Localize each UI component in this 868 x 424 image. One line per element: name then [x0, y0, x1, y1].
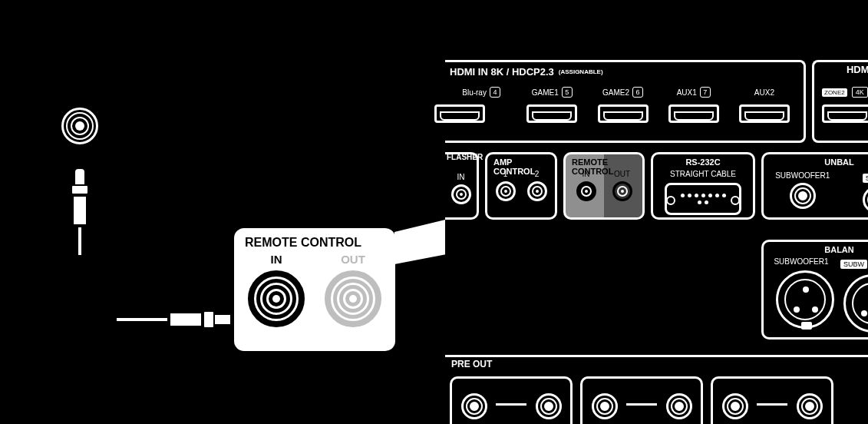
plug-into-jack-icon [115, 307, 234, 332]
hdmi-label: AUX2 [754, 88, 774, 97]
bal-sw2-label: SUBW [840, 260, 867, 269]
flasher-jack [451, 184, 471, 204]
unbal-sw2-label: SUBW [863, 174, 868, 183]
zone2-chip: ZONE2 [822, 88, 847, 97]
preout-label: PRE OUT [451, 359, 492, 369]
hdmi-label: GAME1 [532, 88, 559, 97]
fourk-chip: 4K [852, 87, 868, 98]
xlr-jack-1 [776, 270, 834, 329]
hdmi-output-row: ZONE2 4K [812, 81, 868, 143]
callout-title: REMOTE CONTROL [245, 236, 384, 250]
left-illustration-area: REMOTE CONTROL IN OUT [0, 0, 445, 424]
hdmi-num: 4 [490, 87, 500, 98]
preout-row [445, 376, 868, 424]
hdmi-port-icon [822, 104, 868, 123]
hdmi-num: 6 [632, 87, 643, 98]
remote-control-callout: REMOTE CONTROL IN OUT [230, 224, 399, 355]
hdmi-aux1: AUX17 [662, 86, 725, 136]
remote-jack-icon [61, 108, 98, 144]
hdmi-in-label: HDMI IN 8K / HDCP2.3 [450, 66, 554, 78]
preout-header: PRE OUT [445, 355, 868, 372]
hdmi-input-row: Blu-ray4 GAME15 GAME26 AUX17 AUX2 [445, 81, 806, 143]
hdmi-num: 7 [700, 87, 711, 98]
preout-section [450, 376, 573, 424]
remote-in-label: IN [570, 170, 602, 178]
hdmi-port-icon [598, 104, 649, 123]
hdmi-port-icon [526, 104, 577, 123]
hdmi-port-icon [434, 104, 485, 123]
amp-jack-1 [496, 181, 516, 201]
rs232-sub: STRAIGHT CABLE [653, 170, 753, 178]
hdmi-game1: GAME15 [520, 86, 583, 136]
remote-out-jack [612, 181, 632, 201]
hdmi-game2: GAME26 [591, 86, 654, 136]
amp-2-label: 2 [523, 170, 550, 178]
balanced-section: BALAN SUBWOOFER1 SUBW [761, 240, 868, 340]
hdmi-port-icon [668, 104, 719, 123]
rs232-port-icon [665, 183, 741, 215]
rs232-title: RS-232C [685, 157, 720, 167]
amp-jack-2 [527, 181, 547, 201]
unbal-title: UNBAL [824, 157, 854, 167]
hdmi-label: AUX1 [677, 88, 697, 97]
amp-1-label: 1 [492, 170, 519, 178]
bal-sw1-label: SUBWOOFER1 [768, 257, 834, 266]
preout-jack [536, 393, 562, 419]
hdmi-label: GAME2 [602, 88, 629, 97]
hdmi-out-header: HDMI [812, 60, 868, 81]
xlr-jack-2 [843, 274, 868, 333]
remote-in-jack [576, 181, 596, 201]
preout-jack [797, 393, 823, 419]
hdmi-label: Blu-ray [462, 88, 487, 97]
hdmi-in-header: HDMI IN 8K / HDCP2.3 (ASSIGNABLE) [445, 60, 806, 81]
callout-out-jack [325, 270, 381, 327]
preout-jack [461, 393, 487, 419]
preout-jack [722, 393, 748, 419]
assignable-label: (ASSIGNABLE) [559, 68, 603, 75]
callout-out-label: OUT [322, 253, 384, 266]
hdmi-port-icon [739, 104, 790, 123]
unbal-sw1-label: SUBWOOFER1 [768, 171, 837, 180]
preout-section [711, 376, 833, 424]
hdmi-bluray: Blu-ray4 [450, 86, 513, 136]
callout-in-jack [248, 270, 305, 327]
mono-plug-icon [66, 169, 94, 246]
remote-out-label: OUT [606, 170, 638, 178]
flasher-title: FLASHER [447, 153, 483, 161]
callout-in-label: IN [245, 253, 308, 266]
hdmi-num: 5 [562, 87, 573, 98]
subwoofer1-jack [790, 183, 816, 209]
rear-panel: HDMI IN 8K / HDCP2.3 (ASSIGNABLE) HDMI B… [445, 0, 868, 424]
jack-link-icon [496, 403, 526, 406]
bal-title: BALAN [824, 245, 854, 254]
subwoofer2-jack [863, 187, 868, 213]
amp-control-section: AMP CONTROL 1 2 [485, 152, 557, 220]
preout-section [580, 376, 703, 424]
unbalanced-section: UNBAL SUBWOOFER1 SUBW [761, 152, 868, 220]
jack-link-icon [626, 403, 657, 406]
flasher-in-label: IN [450, 173, 472, 181]
hdmi-out-label: HDMI [847, 64, 868, 75]
preout-jack [666, 393, 692, 419]
flasher-section: FLASHER IN [445, 152, 479, 220]
rs232-section: RS-232C STRAIGHT CABLE [651, 152, 755, 220]
remote-control-section: REMOTE CONTROL IN OUT [563, 152, 645, 220]
preout-jack [592, 393, 618, 419]
jack-link-icon [757, 403, 787, 406]
hdmi-aux2: AUX2 [733, 86, 796, 136]
